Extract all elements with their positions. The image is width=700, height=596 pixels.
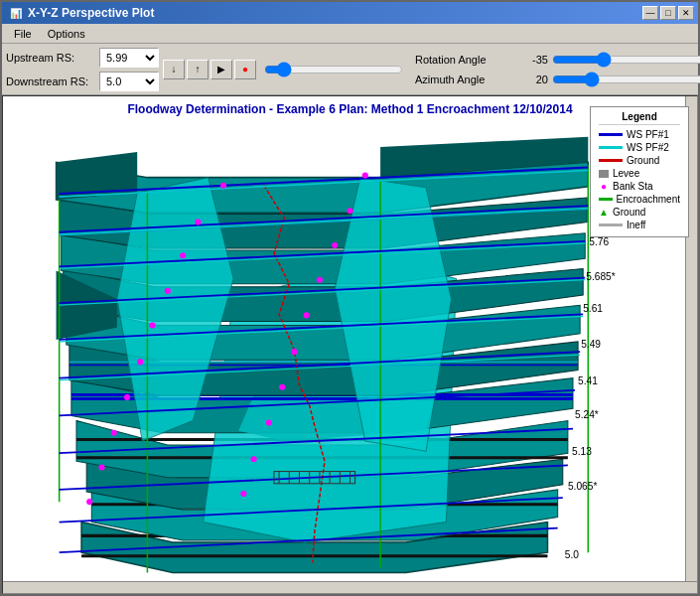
legend-ws-pf2-label: WS PF#2 [627,142,669,153]
legend-ground-line: Ground [599,155,680,166]
svg-point-47 [220,183,226,189]
svg-marker-3 [81,554,547,557]
angle-controls: Rotation Angle -35 Azimuth Angle 20 [415,52,700,87]
legend-ineff-line [599,224,623,226]
legend-title: Legend [599,111,680,125]
svg-text:5.41: 5.41 [578,375,598,386]
position-slider[interactable] [264,62,403,77]
legend-bank-label: Bank Sta [613,181,653,192]
rs-controls: Upstream RS: 5.99 Downstream RS: 5.0 [6,48,159,91]
legend-ineff-label: Ineff [627,220,645,230]
svg-text:5.0: 5.0 [565,549,579,560]
legend-ground-line-sym [599,159,623,162]
svg-point-50 [347,208,352,214]
legend-ground-tri-sym: ▲ [599,208,609,218]
svg-text:5.065*: 5.065* [568,481,597,492]
nav-play-button[interactable]: ▶ [210,60,232,79]
maximize-button[interactable]: □ [660,6,676,20]
menu-file[interactable]: File [6,26,40,42]
svg-point-57 [137,359,143,365]
svg-text:5.13: 5.13 [572,446,592,457]
svg-point-63 [98,464,104,470]
svg-text:5.61: 5.61 [583,303,603,314]
azimuth-value: 20 [518,74,548,85]
azimuth-row: Azimuth Angle 20 [415,72,700,87]
legend-levee-label: Levee [613,168,639,179]
title-bar-buttons: — □ ✕ [642,6,694,20]
legend-ws-pf1-line [599,133,623,136]
legend-levee: Levee [599,168,680,179]
svg-point-53 [165,288,171,294]
toolbar: Upstream RS: 5.99 Downstream RS: 5.0 ↓ ↑… [2,44,698,95]
svg-text:5.76: 5.76 [589,236,609,247]
svg-point-55 [149,323,155,329]
horizontal-scrollbar[interactable] [3,581,697,593]
legend-ground-tri: ▲ Ground [599,207,680,218]
downstream-row: Downstream RS: 5.0 [6,72,159,91]
title-bar-content: 📊 X-Y-Z Perspective Plot [10,6,154,20]
svg-point-60 [279,384,285,390]
rotation-value: -35 [518,54,548,66]
upstream-row: Upstream RS: 5.99 [6,48,159,68]
svg-text:5.24*: 5.24* [575,409,599,420]
svg-point-66 [240,491,246,497]
window-icon: 📊 [10,8,22,19]
rotation-label: Rotation Angle [415,54,514,66]
close-button[interactable]: ✕ [678,6,694,20]
nav-down-button[interactable]: ↓ [163,60,185,79]
azimuth-label: Azimuth Angle [415,74,514,85]
svg-point-48 [362,173,368,179]
legend-ws-pf1: WS PF#1 [599,129,680,140]
svg-text:5.685*: 5.685* [586,271,615,282]
legend-levee-sym [599,170,609,178]
svg-point-56 [304,312,310,318]
upstream-label: Upstream RS: [6,52,95,64]
svg-point-54 [317,277,323,283]
legend-encroachment-label: Encroachment [617,194,680,205]
rotation-slider[interactable] [552,52,700,68]
legend-encroachment: Encroachment [599,194,680,205]
legend-ws-pf2: WS PF#2 [599,142,680,153]
svg-text:5.49: 5.49 [581,339,601,350]
minimize-button[interactable]: — [642,6,658,20]
menu-options[interactable]: Options [40,26,93,42]
menu-bar: File Options [2,24,698,44]
nav-stop-button[interactable]: ● [234,60,256,79]
svg-point-61 [111,430,117,436]
title-bar: 📊 X-Y-Z Perspective Plot — □ ✕ [2,2,698,24]
svg-point-52 [332,242,338,248]
plot-area: Floodway Determination - Example 6 Plan:… [2,95,698,594]
svg-point-65 [86,499,92,505]
svg-point-58 [291,349,297,355]
nav-up-button[interactable]: ↑ [187,60,209,79]
svg-point-64 [251,456,257,462]
svg-point-59 [124,394,130,400]
legend-bank-sym: ● [599,182,609,192]
downstream-select[interactable]: 5.0 [99,72,159,91]
nav-buttons: ↓ ↑ ▶ ● [163,60,256,79]
legend-ground-tri-label: Ground [613,207,645,218]
legend-ground-line-label: Ground [627,155,659,166]
azimuth-slider[interactable] [552,72,700,87]
svg-point-62 [266,420,272,426]
legend-ws-pf1-label: WS PF#1 [627,129,669,140]
legend-box: Legend WS PF#1 WS PF#2 Ground Levee ● Ba… [590,106,689,237]
rotation-row: Rotation Angle -35 [415,52,700,68]
upstream-select[interactable]: 5.99 [99,48,159,68]
svg-point-51 [180,252,186,258]
legend-ws-pf2-line [599,146,623,149]
downstream-label: Downstream RS: [6,75,95,87]
main-window: 📊 X-Y-Z Perspective Plot — □ ✕ File Opti… [0,0,700,596]
window-title: X-Y-Z Perspective Plot [28,6,154,20]
legend-encroachment-line [599,198,613,201]
legend-bank-sta: ● Bank Sta [599,181,680,192]
svg-point-49 [195,219,201,224]
legend-ineff: Ineff [599,220,680,230]
